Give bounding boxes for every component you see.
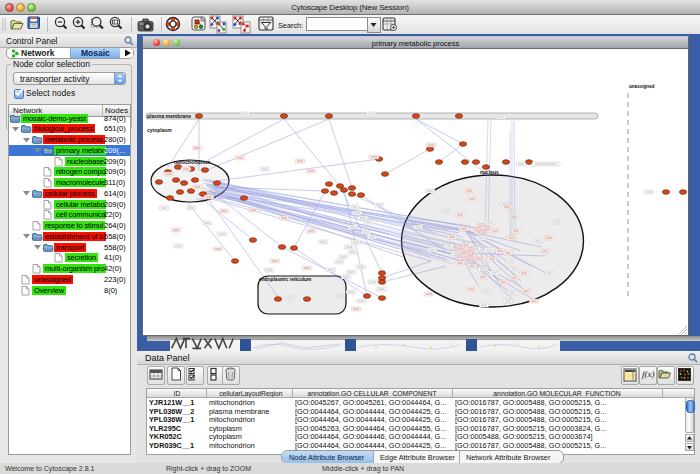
svg-text:cytoplasm: cytoplasm xyxy=(147,127,172,133)
svg-text:unassigned: unassigned xyxy=(629,84,655,89)
svg-text:Search:: Search: xyxy=(278,21,303,30)
svg-text:endoplasmic reticulum: endoplasmic reticulum xyxy=(259,277,311,282)
svg-text:nucleus: nucleus xyxy=(480,169,499,175)
svg-text:plasma membrane: plasma membrane xyxy=(147,113,191,119)
svg-text:mitochondrion: mitochondrion xyxy=(174,159,210,165)
